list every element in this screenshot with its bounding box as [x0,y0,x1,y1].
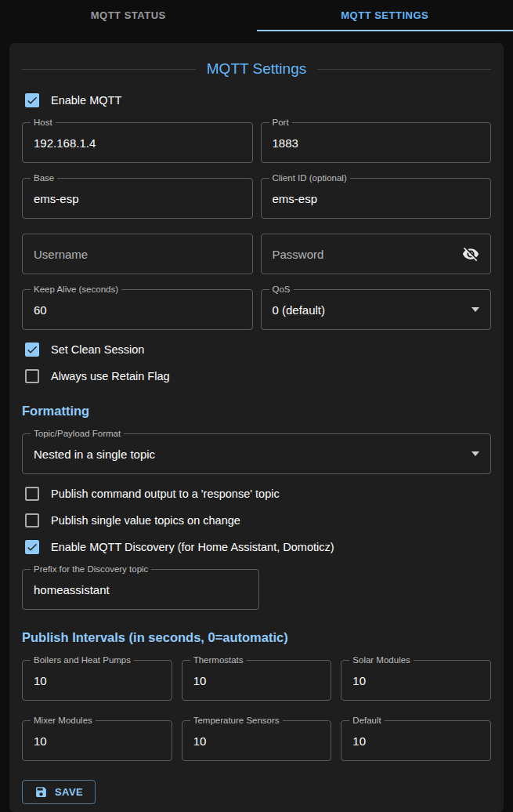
clean-session-label: Set Clean Session [51,343,144,356]
keep-alive-input[interactable] [34,303,241,317]
discovery-prefix-row: Prefix for the Discovery topic [22,569,491,610]
interval-label: Temperature Sensors [190,716,283,725]
interval-input[interactable] [352,674,479,687]
publish-single-checkbox-row[interactable]: Publish single value topics on change [22,513,491,527]
title-divider-left [22,69,196,70]
base-clientid-row: Base Client ID (optional) [22,178,491,219]
password-input[interactable] [273,248,457,261]
publish-response-checkbox-row[interactable]: Publish command output to a 'response' t… [22,487,491,501]
title-divider-right [317,69,491,70]
checkbox-icon[interactable] [25,93,39,107]
publish-intervals-section-header: Publish Intervals (in seconds, 0=automat… [22,630,491,645]
interval-input[interactable] [193,734,320,748]
qos-selected-value: 0 (default) [273,303,466,317]
password-field[interactable] [261,234,492,274]
client-id-input[interactable] [273,192,480,205]
host-port-row: Host Port [22,122,491,163]
base-field[interactable]: Base [22,178,253,219]
base-input[interactable] [34,192,241,205]
interval-input[interactable] [193,674,320,687]
interval-field-mixer[interactable]: Mixer Modules [22,720,172,761]
keep-alive-field[interactable]: Keep Alive (seconds) [22,289,253,330]
username-field[interactable] [22,234,253,274]
retain-flag-checkbox-row[interactable]: Always use Retain Flag [22,369,491,383]
interval-input[interactable] [34,734,161,748]
format-selected-value: Nested in a single topic [34,448,465,461]
chevron-down-icon[interactable] [471,307,479,312]
interval-label: Default [349,716,384,725]
save-button[interactable]: SAVE [22,780,96,804]
client-id-field-label: Client ID (optional) [269,173,350,183]
checkbox-icon[interactable] [25,513,39,527]
port-field[interactable]: Port [261,122,492,163]
base-field-label: Base [31,173,57,183]
username-input[interactable] [34,248,241,261]
topic-payload-format-select[interactable]: Topic/Payload Format Nested in a single … [22,433,491,474]
interval-field-solar[interactable]: Solar Modules [341,660,491,701]
discovery-prefix-field[interactable]: Prefix for the Discovery topic [22,569,259,610]
title-row: MQTT Settings [22,60,491,78]
checkbox-icon[interactable] [25,343,39,357]
discovery-label: Enable MQTT Discovery (for Home Assistan… [51,541,334,553]
format-row: Topic/Payload Format Nested in a single … [22,433,491,474]
discovery-checkbox-row[interactable]: Enable MQTT Discovery (for Home Assistan… [22,540,491,554]
publish-single-label: Publish single value topics on change [51,514,240,527]
interval-field-temperature[interactable]: Temperature Sensors [182,720,332,761]
credentials-row [22,234,491,274]
publish-intervals-grid: Boilers and Heat Pumps Thermostats Solar… [22,660,491,761]
checkbox-icon[interactable] [25,540,39,554]
tab-mqtt-settings[interactable]: MQTT SETTINGS [257,0,513,31]
interval-field-thermostats[interactable]: Thermostats [182,660,332,701]
clean-session-checkbox-row[interactable]: Set Clean Session [22,343,491,357]
interval-input[interactable] [352,734,479,748]
tab-mqtt-status[interactable]: MQTT STATUS [0,0,257,31]
interval-label: Mixer Modules [31,716,96,725]
keepalive-qos-row: Keep Alive (seconds) QoS 0 (default) [22,289,491,330]
mqtt-settings-card: MQTT Settings Enable MQTT Host Port Base… [9,43,504,812]
discovery-prefix-input[interactable] [34,583,247,596]
client-id-field[interactable]: Client ID (optional) [261,178,492,219]
format-select-label: Topic/Payload Format [31,429,124,438]
enable-mqtt-label: Enable MQTT [51,94,121,107]
retain-flag-label: Always use Retain Flag [51,370,170,382]
discovery-prefix-field-label: Prefix for the Discovery topic [31,564,151,574]
interval-label: Thermostats [190,655,247,665]
port-field-label: Port [269,118,292,127]
chevron-down-icon[interactable] [471,451,479,456]
interval-input[interactable] [34,674,161,687]
formatting-section-header: Formatting [22,404,491,419]
qos-select[interactable]: QoS 0 (default) [261,289,492,330]
keep-alive-field-label: Keep Alive (seconds) [31,285,121,294]
save-button-label: SAVE [55,786,83,798]
enable-mqtt-checkbox-row[interactable]: Enable MQTT [22,93,491,107]
host-input[interactable] [34,136,241,150]
visibility-off-icon[interactable] [462,245,479,263]
interval-label: Boilers and Heat Pumps [31,655,134,665]
checkbox-icon[interactable] [25,487,39,501]
page-title: MQTT Settings [207,60,306,78]
interval-label: Solar Modules [349,655,414,665]
qos-select-label: QoS [269,285,294,294]
host-field-label: Host [31,118,56,127]
port-input[interactable] [273,136,480,150]
save-icon [34,785,48,799]
publish-response-label: Publish command output to a 'response' t… [51,488,280,500]
checkbox-icon[interactable] [25,369,39,383]
host-field[interactable]: Host [22,122,253,163]
interval-field-default[interactable]: Default [341,720,491,761]
interval-field-boilers[interactable]: Boilers and Heat Pumps [22,660,172,701]
tab-bar: MQTT STATUS MQTT SETTINGS [0,0,513,31]
